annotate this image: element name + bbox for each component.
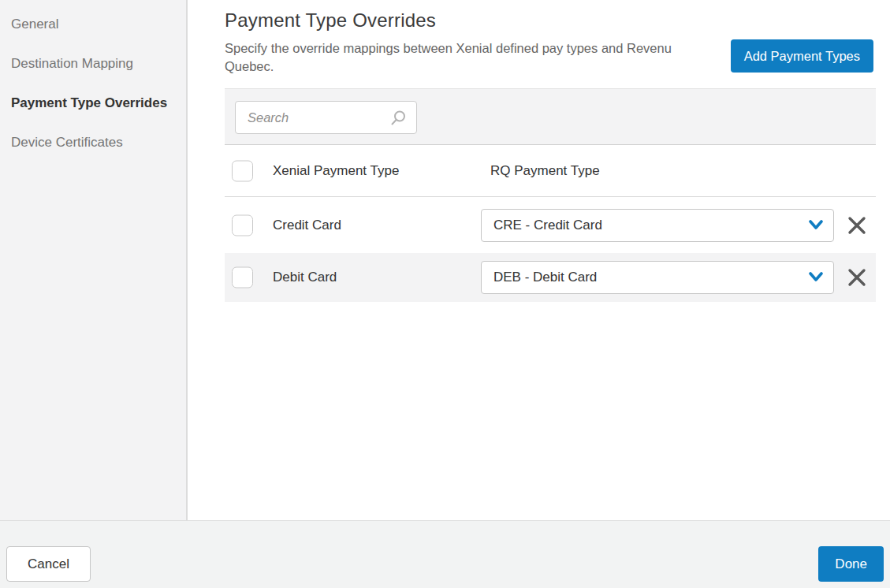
add-payment-types-button[interactable]: Add Payment Types <box>731 39 873 73</box>
search-bar-band <box>225 88 876 145</box>
search-box <box>235 101 417 134</box>
cancel-button[interactable]: Cancel <box>6 546 91 582</box>
sidebar-item-device-certificates[interactable]: Device Certificates <box>0 123 186 162</box>
payment-type-overrides-panel: General Destination Mapping Payment Type… <box>0 0 890 588</box>
x-icon <box>847 215 867 236</box>
table-row: Credit Card CRE - Credit Card <box>225 198 876 253</box>
x-icon <box>847 267 867 288</box>
column-header-xenial-payment-type: Xenial Payment Type <box>273 163 399 179</box>
table-row: Debit Card DEB - Debit Card <box>225 253 876 302</box>
row-checkbox[interactable] <box>232 215 253 236</box>
column-header-rq-payment-type: RQ Payment Type <box>490 163 600 179</box>
main-content: Payment Type Overrides Specify the overr… <box>225 0 876 520</box>
sidebar-item-destination-mapping[interactable]: Destination Mapping <box>0 44 186 84</box>
chevron-down-icon <box>809 220 823 230</box>
search-icon[interactable] <box>389 110 407 127</box>
sidebar-item-general[interactable]: General <box>0 5 186 44</box>
select-all-checkbox[interactable] <box>232 160 253 181</box>
table-header-row: Xenial Payment Type RQ Payment Type <box>225 145 876 197</box>
chevron-down-icon <box>809 272 823 282</box>
xenial-payment-type-label: Debit Card <box>273 270 337 285</box>
remove-row-button[interactable] <box>847 215 867 236</box>
page-description: Specify the override mappings between Xe… <box>225 39 678 76</box>
rq-payment-type-value: DEB - Debit Card <box>493 270 597 285</box>
settings-sidebar: General Destination Mapping Payment Type… <box>0 0 188 520</box>
remove-row-button[interactable] <box>847 267 867 288</box>
row-checkbox[interactable] <box>232 267 253 288</box>
xenial-payment-type-label: Credit Card <box>273 218 341 233</box>
rq-payment-type-value: CRE - Credit Card <box>493 218 602 233</box>
page-title: Payment Type Overrides <box>225 0 876 32</box>
rq-payment-type-select[interactable]: DEB - Debit Card <box>481 261 834 294</box>
rq-payment-type-select[interactable]: CRE - Credit Card <box>481 209 834 242</box>
done-button[interactable]: Done <box>818 546 884 582</box>
dialog-footer: Cancel Done <box>0 520 890 588</box>
sidebar-item-payment-type-overrides[interactable]: Payment Type Overrides <box>0 84 186 123</box>
